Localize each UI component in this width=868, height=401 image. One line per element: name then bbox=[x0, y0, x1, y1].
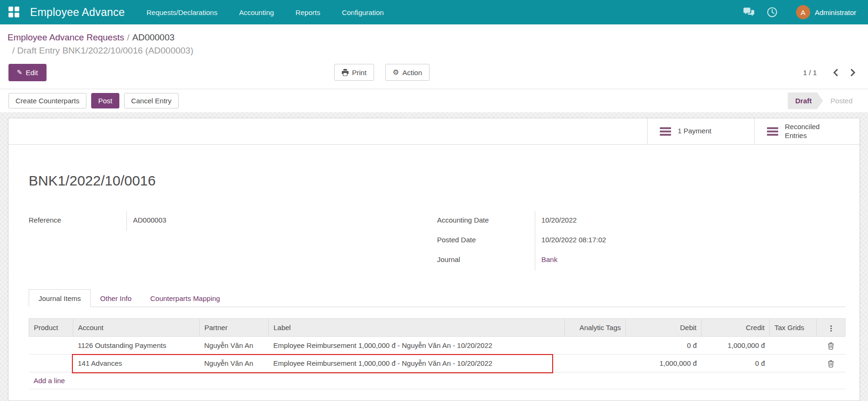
chevron-left-icon bbox=[833, 69, 838, 77]
main-menu: Requests/Declarations Accounting Reports… bbox=[147, 8, 384, 16]
create-counterparts-button[interactable]: Create Counterparts bbox=[8, 93, 86, 108]
printer-icon bbox=[342, 69, 349, 76]
post-button[interactable]: Post bbox=[91, 93, 119, 108]
accounting-date-value: 10/20/2022 bbox=[535, 211, 845, 231]
cell-tax-grids[interactable] bbox=[770, 355, 817, 372]
table-row[interactable]: 1126 Outstanding PaymentsNguyễn Văn AnEm… bbox=[29, 337, 845, 355]
cell-debit[interactable]: 0 đ bbox=[626, 337, 702, 355]
stat-button-box: 1 Payment Reconciled Entries bbox=[8, 118, 860, 145]
col-analytic-tags: Analytic Tags bbox=[565, 319, 626, 337]
print-button-label: Print bbox=[352, 69, 367, 77]
tab-other-info[interactable]: Other Info bbox=[91, 289, 141, 307]
cell-credit[interactable]: 1,000,000 đ bbox=[702, 337, 770, 355]
field-groups: Reference AD000003 Accounting Date 10/20… bbox=[29, 211, 845, 270]
reference-value: AD000003 bbox=[126, 211, 437, 231]
col-product: Product bbox=[29, 319, 73, 337]
cell-debit[interactable]: 1,000,000 đ bbox=[626, 355, 702, 372]
cell-label[interactable]: Employee Reimbursement 1,000,000 đ - Ngu… bbox=[269, 355, 565, 372]
action-button[interactable]: ⚙ Action bbox=[385, 64, 430, 81]
pencil-icon: ✎ bbox=[17, 69, 23, 76]
reference-label: Reference bbox=[29, 211, 126, 231]
user-avatar[interactable]: A bbox=[796, 5, 810, 19]
menu-accounting[interactable]: Accounting bbox=[239, 8, 274, 16]
pager-next-button[interactable] bbox=[849, 68, 856, 77]
delete-row-button[interactable] bbox=[817, 337, 845, 355]
col-label: Label bbox=[269, 319, 565, 337]
cell-partner[interactable]: Nguyễn Văn An bbox=[200, 337, 269, 355]
breadcrumb-separator: / bbox=[12, 46, 15, 55]
apps-grid-icon[interactable] bbox=[8, 7, 20, 18]
accounting-date-label: Accounting Date bbox=[437, 211, 535, 231]
form-sheet: 1 Payment Reconciled Entries BNK1/2022/1… bbox=[8, 118, 860, 401]
col-tax-grids: Tax Grids bbox=[770, 319, 817, 337]
top-navbar: Employee Advance Requests/Declarations A… bbox=[0, 0, 868, 24]
reconciled-entries-stat-button[interactable]: Reconciled Entries bbox=[754, 118, 860, 144]
cell-tax-grids[interactable] bbox=[770, 337, 817, 355]
cell-account[interactable]: 1126 Outstanding Payments bbox=[73, 337, 200, 355]
trash-icon bbox=[828, 341, 834, 349]
cell-analytic-tags[interactable] bbox=[565, 337, 626, 355]
control-panel: Employee Advance Requests/AD000003 / Dra… bbox=[0, 24, 868, 89]
journal-label: Journal bbox=[437, 251, 535, 270]
add-line-row: Add a line bbox=[29, 372, 845, 389]
state-posted[interactable]: Posted bbox=[823, 93, 860, 109]
cell-partner[interactable]: Nguyễn Văn An bbox=[200, 355, 269, 372]
tab-counterparts-mapping[interactable]: Counterparts Mapping bbox=[141, 289, 229, 307]
control-panel-buttons: ✎ Edit Print ⚙ Action bbox=[8, 62, 856, 82]
tab-journal-items[interactable]: Journal Items bbox=[29, 289, 91, 307]
journal-items-bars-icon bbox=[767, 127, 778, 136]
col-account: Account bbox=[73, 319, 200, 337]
breadcrumb-record-link[interactable]: AD000003 bbox=[133, 32, 175, 42]
chevron-right-icon bbox=[850, 69, 855, 77]
user-menu[interactable]: Administrator bbox=[815, 8, 856, 16]
notebook-tabs: Journal Items Other Info Counterparts Ma… bbox=[29, 289, 845, 307]
cell-analytic-tags[interactable] bbox=[565, 355, 626, 372]
payments-stat-button[interactable]: 1 Payment bbox=[647, 118, 754, 144]
posted-date-value: 10/20/2022 08:17:02 bbox=[535, 231, 845, 251]
gear-icon: ⚙ bbox=[393, 68, 399, 77]
menu-configuration[interactable]: Configuration bbox=[342, 8, 383, 16]
state-draft[interactable]: Draft bbox=[788, 93, 823, 109]
form-view: 1 Payment Reconciled Entries BNK1/2022/1… bbox=[0, 112, 868, 401]
pager: 1 / 1 bbox=[803, 68, 856, 77]
breadcrumb: Employee Advance Requests/AD000003 / Dra… bbox=[8, 31, 856, 57]
cancel-entry-button[interactable]: Cancel Entry bbox=[124, 93, 179, 108]
activities-clock-icon[interactable] bbox=[767, 7, 777, 17]
cell-credit[interactable]: 0 đ bbox=[702, 355, 770, 372]
breadcrumb-current: Draft Entry BNK1/2022/10/0016 (AD000003) bbox=[17, 46, 194, 55]
col-credit: Credit bbox=[702, 319, 770, 337]
cell-product[interactable] bbox=[29, 337, 73, 355]
cell-product[interactable] bbox=[29, 355, 73, 372]
state-widget: Draft Posted bbox=[788, 93, 860, 109]
add-line-link[interactable]: Add a line bbox=[34, 377, 65, 385]
optional-columns-icon[interactable] bbox=[817, 319, 845, 337]
pager-value[interactable]: 1 / 1 bbox=[803, 69, 817, 77]
posted-date-label: Posted Date bbox=[437, 231, 535, 251]
breadcrumb-root-link[interactable]: Employee Advance Requests bbox=[8, 32, 124, 42]
left-field-group: Reference AD000003 bbox=[29, 211, 437, 270]
journal-items-table: Product Account Partner Label Analytic T… bbox=[29, 318, 845, 389]
edit-button-label: Edit bbox=[26, 69, 38, 77]
cell-account[interactable]: 141 Advances bbox=[73, 355, 200, 372]
pager-previous-button[interactable] bbox=[832, 68, 839, 77]
record-title: BNK1/2022/10/0016 bbox=[29, 173, 845, 189]
breadcrumb-separator: / bbox=[124, 32, 132, 42]
app-window: Employee Advance Requests/Declarations A… bbox=[0, 0, 868, 401]
table-row[interactable]: 141 AdvancesNguyễn Văn AnEmployee Reimbu… bbox=[29, 355, 845, 372]
cell-label[interactable]: Employee Reimbursement 1,000,000 đ - Ngu… bbox=[269, 337, 565, 355]
print-button[interactable]: Print bbox=[334, 64, 374, 81]
col-partner: Partner bbox=[200, 319, 269, 337]
systray: A Administrator bbox=[743, 5, 856, 19]
app-brand[interactable]: Employee Advance bbox=[30, 6, 125, 19]
edit-button[interactable]: ✎ Edit bbox=[8, 64, 47, 81]
journal-value-link[interactable]: Bank bbox=[535, 251, 845, 270]
statusbar: Create Counterparts Post Cancel Entry Dr… bbox=[0, 89, 868, 112]
messages-icon[interactable] bbox=[743, 8, 755, 17]
trash-icon bbox=[828, 359, 834, 367]
reconciled-entries-stat-label: Reconciled Entries bbox=[785, 123, 830, 140]
menu-reports[interactable]: Reports bbox=[296, 8, 321, 16]
menu-requests-declarations[interactable]: Requests/Declarations bbox=[147, 8, 218, 16]
journal-items-bars-icon bbox=[660, 127, 671, 136]
delete-row-button[interactable] bbox=[817, 355, 845, 372]
journal-items-body: 1126 Outstanding PaymentsNguyễn Văn AnEm… bbox=[29, 337, 845, 372]
